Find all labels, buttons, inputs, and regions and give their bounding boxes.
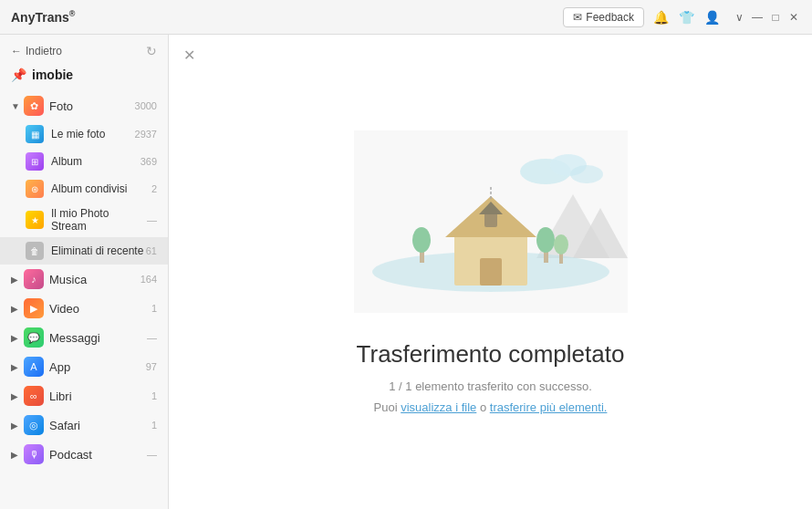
close-dialog-button[interactable]: ✕ xyxy=(180,46,198,64)
content-area: ✕ xyxy=(169,35,812,509)
title-bar: AnyTrans® ✉ Feedback 🔔 👕 👤 ∨ — □ ✕ xyxy=(0,0,812,35)
chevron-down-icon[interactable]: ∨ xyxy=(732,10,746,25)
transfer-more-link[interactable]: trasferire più elementi. xyxy=(490,400,608,414)
album-icon: ⊞ xyxy=(26,152,44,171)
refresh-icon[interactable]: ↻ xyxy=(146,44,157,58)
device-name-label: 📌 imobie xyxy=(0,64,168,91)
sidebar: ← Indietro ↻ 📌 imobie ▼ ✿ Foto 3000 ▦ Le… xyxy=(0,35,169,509)
expand-arrow-app-icon: ▶ xyxy=(11,362,20,372)
user-icon[interactable]: 👤 xyxy=(703,8,721,26)
window-controls: ∨ — □ ✕ xyxy=(732,10,801,25)
sidebar-item-eliminati[interactable]: 🗑 Eliminati di recente 61 xyxy=(0,237,168,265)
mie-foto-icon: ▦ xyxy=(26,125,44,143)
foto-icon: ✿ xyxy=(24,96,44,116)
shirt-icon[interactable]: 👕 xyxy=(677,8,695,26)
eliminati-icon: 🗑 xyxy=(26,242,44,260)
minimize-button[interactable]: — xyxy=(750,10,765,25)
libri-icon: ∞ xyxy=(24,386,44,406)
expand-arrow-video-icon: ▶ xyxy=(11,304,20,314)
svg-point-8 xyxy=(412,227,431,253)
device-icon: 📌 xyxy=(11,68,26,82)
title-bar-left: AnyTrans® xyxy=(11,9,75,25)
main-layout: ← Indietro ↻ 📌 imobie ▼ ✿ Foto 3000 ▦ Le… xyxy=(0,35,812,509)
sidebar-item-foto[interactable]: ▼ ✿ Foto 3000 xyxy=(0,91,168,120)
safari-icon: ◎ xyxy=(24,415,44,435)
sidebar-item-app[interactable]: ▶ A App 97 xyxy=(0,352,168,381)
title-bar-right: ✉ Feedback 🔔 👕 👤 ∨ — □ ✕ xyxy=(563,7,801,27)
close-window-button[interactable]: ✕ xyxy=(786,10,801,25)
photostream-icon: ★ xyxy=(26,211,44,229)
sidebar-item-album[interactable]: ⊞ Album 369 xyxy=(0,148,168,175)
notification-icon[interactable]: 🔔 xyxy=(651,8,670,26)
expand-arrow-libri-icon: ▶ xyxy=(11,391,20,401)
completion-links: Puoi visualizza i file o trasferire più … xyxy=(374,400,608,414)
expand-arrow-safari-icon: ▶ xyxy=(11,421,20,431)
sidebar-item-musica[interactable]: ▶ ♪ Musica 164 xyxy=(0,265,168,294)
sidebar-item-messaggi[interactable]: ▶ 💬 Messaggi — xyxy=(0,323,168,352)
musica-icon: ♪ xyxy=(24,269,44,289)
feedback-button[interactable]: ✉ Feedback xyxy=(563,7,644,27)
maximize-button[interactable]: □ xyxy=(768,10,783,25)
view-files-link[interactable]: visualizza i file xyxy=(401,400,476,414)
sidebar-item-safari[interactable]: ▶ ◎ Safari 1 xyxy=(0,410,168,440)
sidebar-item-video[interactable]: ▶ ▶ Video 1 xyxy=(0,294,168,323)
completion-subtitle: 1 / 1 elemento trasferito con successo. xyxy=(389,379,592,393)
expand-arrow-messaggi-icon: ▶ xyxy=(11,333,20,343)
sidebar-header: ← Indietro ↻ xyxy=(0,35,168,64)
svg-rect-15 xyxy=(480,258,502,286)
completion-illustration xyxy=(354,130,628,313)
sidebar-item-album-condivisi[interactable]: ⊛ Album condivisi 2 xyxy=(0,175,168,203)
video-icon: ▶ xyxy=(24,298,44,318)
sidebar-item-photostream[interactable]: ★ Il mio Photo Stream — xyxy=(0,203,168,237)
messaggi-icon: 💬 xyxy=(24,327,44,348)
back-button[interactable]: ← Indietro xyxy=(11,45,62,57)
sidebar-item-podcast[interactable]: ▶ 🎙 Podcast — xyxy=(0,440,168,469)
completion-title: Trasferimento completato xyxy=(357,340,625,369)
sidebar-item-libri[interactable]: ▶ ∞ Libri 1 xyxy=(0,381,168,410)
sidebar-item-mie-foto[interactable]: ▦ Le mie foto 2937 xyxy=(0,120,168,148)
podcast-icon: 🎙 xyxy=(24,444,44,464)
expand-arrow-podcast-icon: ▶ xyxy=(11,450,20,460)
album-condivisi-icon: ⊛ xyxy=(26,180,44,198)
expand-arrow-musica-icon: ▶ xyxy=(11,275,20,285)
feedback-mail-icon: ✉ xyxy=(573,11,582,24)
app-title: AnyTrans® xyxy=(11,9,75,25)
svg-point-10 xyxy=(536,227,555,253)
svg-point-12 xyxy=(554,234,568,254)
back-arrow-icon: ← xyxy=(11,45,22,57)
svg-point-3 xyxy=(570,165,603,183)
expand-arrow-icon: ▼ xyxy=(11,101,20,111)
app-icon: A xyxy=(24,357,44,377)
completion-container: Trasferimento completato 1 / 1 elemento … xyxy=(169,35,812,509)
